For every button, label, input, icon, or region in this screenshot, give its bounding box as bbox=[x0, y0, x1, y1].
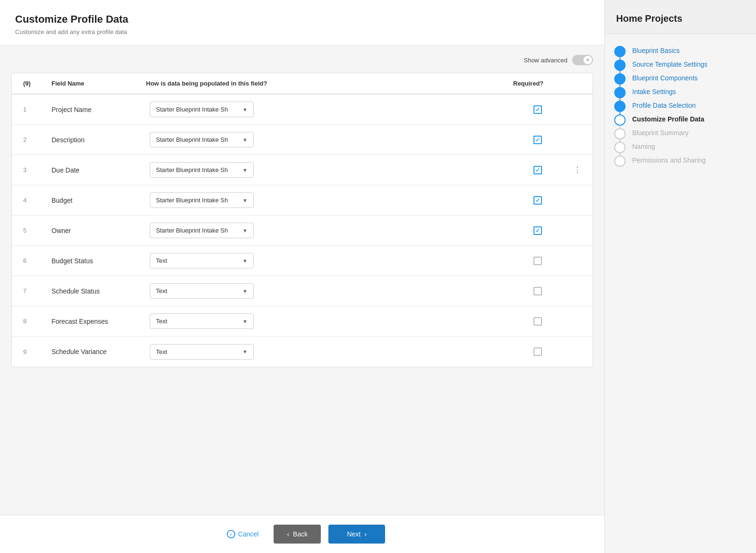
row-number: 7 bbox=[19, 284, 48, 298]
page-header: Customize Profile Data Customize and add… bbox=[0, 0, 604, 45]
row-number: 9 bbox=[19, 345, 48, 359]
row-number: 3 bbox=[19, 163, 48, 177]
field-name-cell: Forecast Expenses bbox=[48, 314, 142, 329]
required-checkbox[interactable] bbox=[533, 105, 542, 114]
row-number: 8 bbox=[19, 314, 48, 328]
sidebar-item-blueprint-basics[interactable]: Blueprint Basics bbox=[614, 45, 747, 57]
population-cell: Starter Blueprint Intake Sh ▼ bbox=[142, 219, 509, 242]
page-title: Customize Profile Data bbox=[15, 13, 589, 26]
nav-dot-empty-icon bbox=[614, 128, 626, 139]
population-cell: Text ▼ bbox=[142, 310, 509, 333]
population-dropdown[interactable]: Text ▼ bbox=[150, 344, 254, 360]
sidebar-item-label: Naming bbox=[632, 141, 655, 152]
required-cell bbox=[509, 253, 566, 269]
field-name-cell: Schedule Variance bbox=[48, 344, 142, 359]
next-label: Next bbox=[347, 530, 361, 538]
table-row: 4 Budget Starter Blueprint Intake Sh ▼ bbox=[12, 185, 593, 216]
required-checkbox[interactable] bbox=[533, 317, 542, 326]
field-name-cell: Budget bbox=[48, 193, 142, 208]
population-dropdown[interactable]: Starter Blueprint Intake Sh ▼ bbox=[150, 162, 254, 178]
required-checkbox[interactable] bbox=[533, 257, 542, 265]
table-row: 5 Owner Starter Blueprint Intake Sh ▼ bbox=[12, 216, 593, 246]
advanced-toggle[interactable]: ✕ bbox=[572, 55, 593, 65]
dropdown-arrow-icon: ▼ bbox=[242, 198, 248, 203]
population-cell: Starter Blueprint Intake Sh ▼ bbox=[142, 158, 509, 181]
dropdown-arrow-icon: ▼ bbox=[242, 319, 248, 324]
required-checkbox[interactable] bbox=[533, 347, 542, 356]
required-checkbox[interactable] bbox=[533, 226, 542, 235]
dropdown-value: Text bbox=[156, 348, 167, 355]
population-dropdown[interactable]: Starter Blueprint Intake Sh ▼ bbox=[150, 192, 254, 208]
required-checkbox[interactable] bbox=[533, 287, 542, 295]
required-checkbox[interactable] bbox=[533, 196, 542, 205]
col-num: (9) bbox=[19, 73, 48, 94]
sidebar-item-blueprint-summary: Blueprint Summary bbox=[614, 128, 747, 139]
dropdown-arrow-icon: ▼ bbox=[242, 258, 248, 264]
sidebar-item-source-template[interactable]: Source Template Settings bbox=[614, 59, 747, 71]
dropdown-arrow-icon: ▼ bbox=[242, 107, 248, 112]
population-dropdown[interactable]: Text ▼ bbox=[150, 253, 254, 268]
required-cell bbox=[509, 344, 566, 360]
population-cell: Text ▼ bbox=[142, 340, 509, 363]
sidebar-item-naming: Naming bbox=[614, 141, 747, 153]
table-row: 3 Due Date Starter Blueprint Intake Sh ▼… bbox=[12, 155, 593, 185]
row-number: 6 bbox=[19, 253, 48, 268]
table-row: 9 Schedule Variance Text ▼ bbox=[12, 337, 593, 367]
cancel-label: Cancel bbox=[238, 530, 259, 538]
cancel-button[interactable]: ✓ Cancel bbox=[219, 525, 266, 543]
dropdown-value: Starter Blueprint Intake Sh bbox=[156, 136, 228, 143]
next-button[interactable]: Next › bbox=[328, 525, 385, 544]
dropdown-arrow-icon: ▼ bbox=[242, 137, 248, 143]
sidebar-item-intake-settings[interactable]: Intake Settings bbox=[614, 86, 747, 98]
sidebar: Home Projects Blueprint Basics Source Te… bbox=[605, 0, 756, 553]
required-checkbox[interactable] bbox=[533, 166, 542, 174]
population-dropdown[interactable]: Starter Blueprint Intake Sh ▼ bbox=[150, 223, 254, 238]
next-arrow-icon: › bbox=[364, 530, 367, 538]
dropdown-value: Text bbox=[156, 257, 167, 264]
sidebar-item-label: Blueprint Components bbox=[632, 73, 698, 83]
population-dropdown[interactable]: Text ▼ bbox=[150, 313, 254, 329]
nav-dot-filled-icon bbox=[614, 87, 626, 98]
required-cell bbox=[509, 162, 566, 178]
sidebar-title: Home Projects bbox=[616, 13, 745, 24]
required-cell bbox=[509, 313, 566, 329]
back-arrow-icon: ‹ bbox=[287, 530, 289, 538]
dropdown-value: Starter Blueprint Intake Sh bbox=[156, 197, 228, 204]
population-cell: Starter Blueprint Intake Sh ▼ bbox=[142, 98, 509, 121]
row-number: 4 bbox=[19, 193, 48, 207]
sidebar-item-customize[interactable]: Customize Profile Data bbox=[614, 114, 747, 126]
sidebar-item-blueprint-components[interactable]: Blueprint Components bbox=[614, 73, 747, 85]
population-dropdown[interactable]: Starter Blueprint Intake Sh ▼ bbox=[150, 132, 254, 147]
table-row: 2 Description Starter Blueprint Intake S… bbox=[12, 125, 593, 155]
row-number: 2 bbox=[19, 132, 48, 147]
nav-dot-empty-icon bbox=[614, 142, 626, 153]
table-container: Show advanced ✕ (9) Field Name How is da… bbox=[0, 45, 604, 515]
sidebar-item-profile-data[interactable]: Profile Data Selection bbox=[614, 100, 747, 112]
main-content: Customize Profile Data Customize and add… bbox=[0, 0, 605, 553]
field-name-cell: Budget Status bbox=[48, 253, 142, 268]
nav-dot-filled-icon bbox=[614, 101, 626, 112]
nav-dot-filled-icon bbox=[614, 60, 626, 71]
table-row: 8 Forecast Expenses Text ▼ bbox=[12, 306, 593, 337]
table-row: 7 Schedule Status Text ▼ bbox=[12, 276, 593, 306]
population-dropdown[interactable]: Starter Blueprint Intake Sh ▼ bbox=[150, 102, 254, 117]
nav-dot-empty-icon bbox=[614, 156, 626, 167]
row-menu-icon[interactable]: ⋮ bbox=[570, 164, 585, 176]
sidebar-item-label: Customize Profile Data bbox=[632, 114, 704, 124]
field-name-cell: Owner bbox=[48, 223, 142, 238]
dropdown-arrow-icon: ▼ bbox=[242, 288, 248, 294]
required-checkbox[interactable] bbox=[533, 136, 542, 144]
back-label: Back bbox=[293, 530, 308, 538]
population-cell: Text ▼ bbox=[142, 249, 509, 272]
sidebar-item-label: Blueprint Basics bbox=[632, 45, 679, 56]
col-field-name: Field Name bbox=[48, 73, 142, 94]
toggle-x-icon: ✕ bbox=[586, 58, 590, 62]
population-dropdown[interactable]: Text ▼ bbox=[150, 283, 254, 299]
dropdown-value: Starter Blueprint Intake Sh bbox=[156, 106, 228, 113]
back-button[interactable]: ‹ Back bbox=[274, 525, 321, 544]
sidebar-item-label: Intake Settings bbox=[632, 86, 676, 97]
footer: ✓ Cancel ‹ Back Next › bbox=[0, 515, 604, 553]
field-name-cell: Schedule Status bbox=[48, 284, 142, 299]
sidebar-item-label: Profile Data Selection bbox=[632, 100, 696, 111]
table-row: 1 Project Name Starter Blueprint Intake … bbox=[12, 95, 593, 125]
